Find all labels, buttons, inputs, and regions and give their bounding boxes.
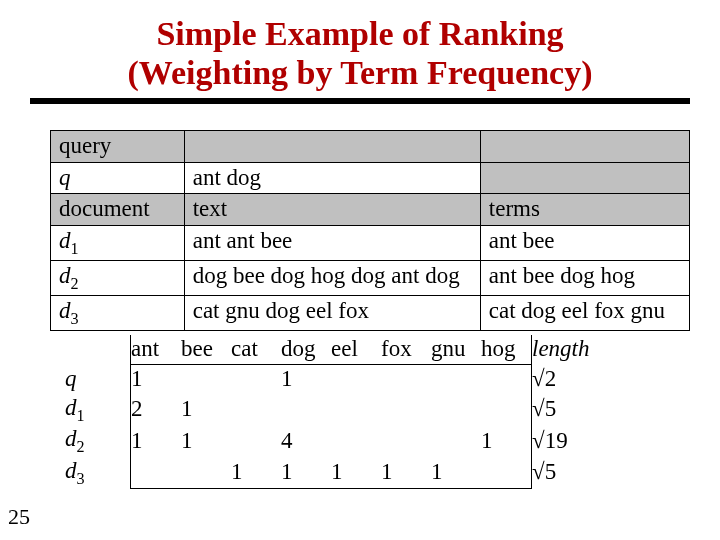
tf-row-d3: d3 1 1 1 1 1 √5 — [65, 457, 612, 489]
tf-cell: 2 — [131, 394, 182, 426]
cell-q-text: ant dog — [184, 162, 480, 194]
tf-cell — [231, 364, 281, 393]
tf-length-header: length — [532, 335, 613, 364]
documents-table: query q ant dog document text terms d1 a… — [50, 130, 690, 331]
tf-cell — [281, 394, 331, 426]
tf-row-label: d3 — [65, 457, 131, 489]
tf-header: hog — [481, 335, 532, 364]
tf-header: bee — [181, 335, 231, 364]
tf-cell — [381, 425, 431, 457]
tf-row-label: d2 — [65, 425, 131, 457]
tf-cell — [181, 364, 231, 393]
tf-cell: 1 — [481, 425, 532, 457]
cell-d1-text: ant ant bee — [184, 225, 480, 260]
cell-text-header: text — [184, 194, 480, 226]
tf-cell — [431, 364, 481, 393]
tf-header-row: ant bee cat dog eel fox gnu hog length — [65, 335, 612, 364]
title-underline — [30, 98, 690, 104]
tf-header: fox — [381, 335, 431, 364]
cell-d3-label: d3 — [51, 295, 185, 330]
tf-cell: 1 — [281, 364, 331, 393]
tf-cell: 1 — [431, 457, 481, 489]
title-line2: (Weighting by Term Frequency) — [128, 54, 593, 91]
tf-header: cat — [231, 335, 281, 364]
tf-length: √19 — [532, 425, 613, 457]
cell-document-label: document — [51, 194, 185, 226]
cell-d2-text: dog bee dog hog dog ant dog — [184, 260, 480, 295]
tf-cell — [131, 457, 182, 489]
cell-empty — [480, 162, 689, 194]
tf-cell — [481, 457, 532, 489]
tf-cell: 1 — [181, 425, 231, 457]
cell-d1-terms: ant bee — [480, 225, 689, 260]
tf-matrix: ant bee cat dog eel fox gnu hog length q… — [65, 335, 612, 489]
tf-cell: 1 — [231, 457, 281, 489]
tf-cell — [481, 364, 532, 393]
tf-row-d1: d1 2 1 √5 — [65, 394, 612, 426]
tf-cell: 1 — [131, 364, 182, 393]
cell-d3-terms: cat dog eel fox gnu — [480, 295, 689, 330]
tf-cell — [181, 457, 231, 489]
tf-cell: 1 — [181, 394, 231, 426]
tf-row-label: q — [65, 364, 131, 393]
tf-length: √2 — [532, 364, 613, 393]
tf-cell: 1 — [281, 457, 331, 489]
tf-cell: 4 — [281, 425, 331, 457]
tf-cell — [431, 425, 481, 457]
tf-cell: 1 — [331, 457, 381, 489]
cell-d1-label: d1 — [51, 225, 185, 260]
tf-header: dog — [281, 335, 331, 364]
tf-cell — [431, 394, 481, 426]
tf-cell: 1 — [381, 457, 431, 489]
tf-cell — [331, 364, 381, 393]
slide-title: Simple Example of Ranking (Weighting by … — [0, 0, 720, 92]
tf-header: eel — [331, 335, 381, 364]
cell-empty — [480, 131, 689, 163]
tf-cell — [231, 394, 281, 426]
page-number: 25 — [8, 504, 30, 530]
cell-q-label: q — [51, 162, 185, 194]
cell-query-label: query — [51, 131, 185, 163]
tf-cell — [331, 394, 381, 426]
cell-d2-label: d2 — [51, 260, 185, 295]
tf-length: √5 — [532, 457, 613, 489]
tf-cell — [381, 394, 431, 426]
tf-row-d2: d2 1 1 4 1 √19 — [65, 425, 612, 457]
cell-terms-header: terms — [480, 194, 689, 226]
tf-cell — [481, 394, 532, 426]
tf-length: √5 — [532, 394, 613, 426]
tf-cell: 1 — [131, 425, 182, 457]
tf-cell — [381, 364, 431, 393]
tf-cell — [231, 425, 281, 457]
cell-d2-terms: ant bee dog hog — [480, 260, 689, 295]
tf-row-label: d1 — [65, 394, 131, 426]
tf-row-q: q 1 1 √2 — [65, 364, 612, 393]
cell-empty — [184, 131, 480, 163]
tf-header: gnu — [431, 335, 481, 364]
title-line1: Simple Example of Ranking — [156, 15, 563, 52]
cell-d3-text: cat gnu dog eel fox — [184, 295, 480, 330]
tf-header: ant — [131, 335, 182, 364]
tf-cell — [331, 425, 381, 457]
